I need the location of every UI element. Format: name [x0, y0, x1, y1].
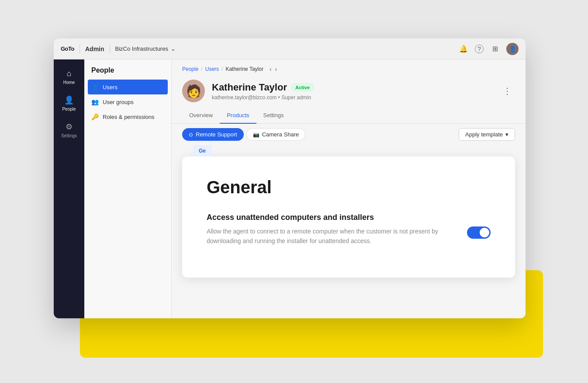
product-tab-remote-support[interactable]: ⊙ Remote Support: [182, 128, 244, 141]
sidebar-item-settings[interactable]: ⚙ Settings: [56, 118, 82, 143]
general-section-title: General: [207, 178, 491, 197]
toggle-knob: [480, 228, 489, 237]
product-tab-camera-share[interactable]: 📷 Camera Share: [246, 128, 306, 141]
product-tabs-bar: ⊙ Remote Support 📷 Camera Share Apply te…: [172, 124, 526, 145]
breadcrumb-sep-2: /: [221, 66, 223, 72]
nav-label-home: Home: [63, 80, 75, 85]
sidebar-item-people[interactable]: 👤 People: [56, 91, 82, 116]
general-card: General Access unattended computers and …: [182, 157, 515, 278]
breadcrumb-prev[interactable]: ‹: [270, 66, 272, 73]
camera-share-icon: 📷: [253, 132, 259, 138]
apply-template-button[interactable]: Apply template ▾: [459, 128, 515, 141]
camera-share-label: Camera Share: [262, 131, 299, 138]
remote-support-icon: ⊙: [189, 132, 193, 138]
goto-brand: GoTo: [61, 45, 74, 52]
breadcrumb-people[interactable]: People: [182, 66, 198, 72]
org-selector[interactable]: BizCo Infrastructures ⌄: [115, 45, 176, 52]
user-name-row: Katherine Taylor Active: [212, 82, 492, 93]
sidebar-label-user-groups: User groups: [103, 99, 134, 105]
browser-window: GoTo Admin BizCo Infrastructures ⌄ 🔔 ? ⊞…: [54, 38, 526, 318]
app-body: ⌂ Home 👤 People ⚙ Settings People 👤 User…: [54, 59, 526, 318]
nav-label-settings: Settings: [61, 133, 77, 138]
people-icon: 👤: [64, 95, 74, 105]
avatar[interactable]: 👤: [506, 43, 519, 55]
sidebar: People 👤 Users 👥 User groups 🔑 Roles & p…: [84, 59, 172, 318]
main-content: People / Users / Katherine Taylor ‹ › 🧑: [172, 59, 526, 318]
user-groups-icon: 👥: [91, 98, 98, 105]
user-role-sep: •: [278, 94, 282, 101]
setting-desc-unattended: Allow the agent to connect to a remote c…: [207, 226, 457, 246]
tab-settings[interactable]: Settings: [256, 108, 291, 124]
remote-support-label: Remote Support: [196, 131, 237, 138]
left-nav: ⌂ Home 👤 People ⚙ Settings: [54, 59, 84, 318]
breadcrumb: People / Users / Katherine Taylor ‹ ›: [172, 59, 526, 73]
apply-template-chevron: ▾: [505, 131, 508, 138]
setting-item-unattended: Access unattended computers and installe…: [207, 213, 491, 246]
sidebar-item-user-groups[interactable]: 👥 User groups: [84, 94, 171, 109]
breadcrumb-users[interactable]: Users: [205, 66, 219, 72]
toolbar-separator: [80, 45, 80, 53]
user-avatar: 🧑: [182, 80, 205, 102]
breadcrumb-current: Katherine Taylor: [225, 66, 263, 72]
breadcrumb-next[interactable]: ›: [275, 66, 277, 73]
users-icon: 👤: [91, 84, 98, 91]
toolbar-separator-2: [110, 45, 110, 53]
sidebar-item-users[interactable]: 👤 Users: [88, 80, 168, 94]
apply-template-label: Apply template: [465, 131, 503, 138]
breadcrumb-navigation: ‹ ›: [270, 66, 277, 73]
user-role: Super admin: [281, 94, 311, 101]
grid-icon[interactable]: ⊞: [491, 45, 499, 53]
main-tabs: Overview Products Settings: [172, 108, 526, 124]
admin-label: Admin: [85, 45, 104, 52]
content-area: Ge General Access unattended computers a…: [172, 145, 526, 318]
general-subtab-label: Ge: [199, 148, 206, 154]
org-chevron: ⌄: [171, 45, 176, 52]
browser-toolbar: GoTo Admin BizCo Infrastructures ⌄ 🔔 ? ⊞…: [54, 38, 526, 59]
home-icon: ⌂: [67, 69, 72, 78]
breadcrumb-sep-1: /: [201, 66, 202, 72]
status-badge: Active: [291, 84, 314, 91]
user-name: Katherine Taylor: [212, 82, 287, 93]
user-info: Katherine Taylor Active katherine.taylor…: [212, 82, 492, 101]
setting-row-unattended: Allow the agent to connect to a remote c…: [207, 226, 491, 246]
sidebar-item-home[interactable]: ⌂ Home: [56, 65, 82, 89]
more-options-button[interactable]: ⋮: [499, 84, 515, 98]
user-sub: katherine.taylor@bizco.com • Super admin: [212, 94, 492, 101]
product-tabs: ⊙ Remote Support 📷 Camera Share: [182, 128, 305, 141]
general-subtab[interactable]: Ge: [193, 145, 212, 157]
unattended-toggle[interactable]: [467, 226, 491, 239]
sidebar-item-roles[interactable]: 🔑 Roles & permissions: [84, 109, 171, 124]
user-header: 🧑 Katherine Taylor Active katherine.tayl…: [172, 73, 526, 102]
sidebar-label-roles: Roles & permissions: [103, 114, 155, 120]
bell-icon[interactable]: 🔔: [459, 45, 468, 53]
tab-overview[interactable]: Overview: [182, 108, 220, 124]
nav-label-people: People: [62, 107, 76, 111]
sidebar-label-users: Users: [103, 84, 118, 91]
help-icon[interactable]: ?: [475, 45, 484, 53]
goto-logo: GoTo: [61, 45, 74, 52]
setting-name-unattended: Access unattended computers and installe…: [207, 213, 491, 222]
tab-products[interactable]: Products: [220, 108, 256, 124]
sidebar-title: People: [84, 66, 171, 80]
user-actions: ⋮: [499, 84, 515, 98]
org-name: BizCo Infrastructures: [115, 45, 168, 52]
roles-icon: 🔑: [91, 113, 98, 120]
settings-icon: ⚙: [66, 122, 73, 132]
toolbar-icons: 🔔 ? ⊞ 👤: [459, 43, 519, 55]
user-email: katherine.taylor@bizco.com: [212, 94, 277, 101]
